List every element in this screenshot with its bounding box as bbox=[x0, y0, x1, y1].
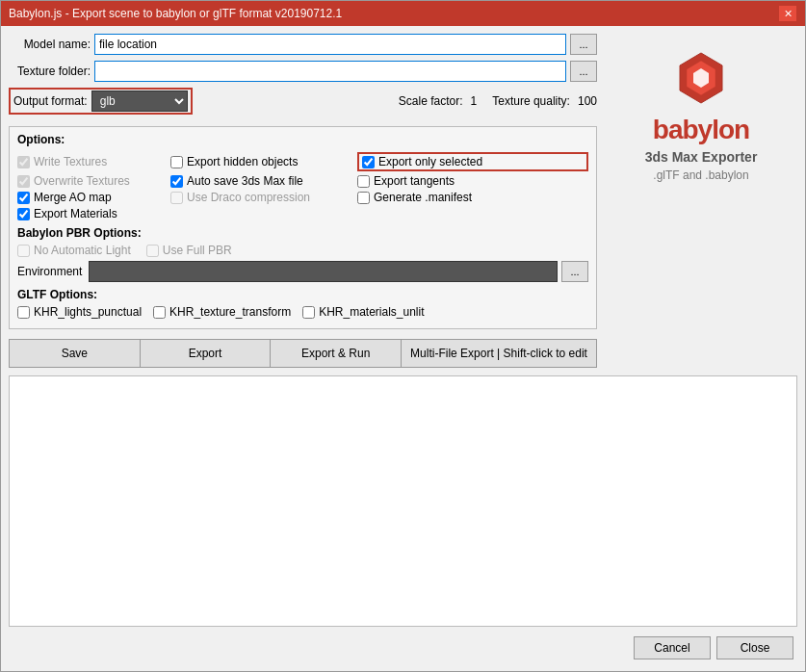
main-content: Model name: ... Texture folder: ... Outp… bbox=[1, 26, 805, 671]
model-name-input[interactable] bbox=[94, 34, 566, 55]
khr-lights-item: KHR_lights_punctual bbox=[17, 305, 142, 319]
use-draco-item: Use Draco compression bbox=[170, 191, 353, 204]
babylon-pbr-title: Babylon PBR Options: bbox=[17, 226, 588, 240]
environment-browse-button[interactable]: ... bbox=[561, 261, 588, 282]
use-draco-label: Use Draco compression bbox=[187, 191, 310, 204]
exporter-line1: 3ds Max Exporter bbox=[645, 149, 758, 165]
auto-save-label: Auto save 3ds Max file bbox=[187, 174, 303, 188]
scale-factor-value: 1 bbox=[471, 94, 478, 108]
action-buttons: Save Export Export & Run Multi-File Expo… bbox=[9, 339, 597, 368]
model-name-label: Model name: bbox=[9, 38, 91, 51]
merge-ao-item: Merge AO map bbox=[17, 191, 167, 204]
options-section: Options: Write Textures Export hidden ob… bbox=[9, 126, 597, 329]
use-draco-checkbox[interactable] bbox=[170, 192, 183, 204]
environment-row: Environment ... bbox=[17, 261, 588, 282]
model-name-row: Model name: ... bbox=[9, 34, 597, 55]
options-title: Options: bbox=[17, 133, 588, 146]
auto-save-item: Auto save 3ds Max file bbox=[170, 174, 353, 188]
right-panel: babylon 3ds Max Exporter .glTF and .baby… bbox=[605, 34, 797, 368]
environment-input[interactable] bbox=[89, 261, 558, 282]
generate-manifest-label: Generate .manifest bbox=[374, 191, 472, 204]
export-only-selected-item: Export only selected bbox=[357, 152, 588, 171]
exporter-line2: .glTF and .babylon bbox=[653, 168, 748, 182]
export-run-button[interactable]: Export & Run bbox=[271, 340, 402, 367]
merge-ao-label: Merge AO map bbox=[34, 191, 112, 204]
texture-folder-input[interactable] bbox=[94, 61, 566, 82]
export-hidden-label: Export hidden objects bbox=[187, 155, 298, 168]
texture-folder-label: Texture folder: bbox=[9, 65, 91, 78]
auto-save-checkbox[interactable] bbox=[170, 175, 183, 188]
overwrite-textures-label: Overwrite Textures bbox=[34, 174, 130, 188]
write-textures-checkbox[interactable] bbox=[17, 156, 30, 168]
export-materials-label: Export Materials bbox=[34, 207, 117, 220]
export-tangents-checkbox[interactable] bbox=[357, 175, 370, 188]
texture-quality-value: 100 bbox=[578, 94, 597, 108]
export-only-selected-checkbox[interactable] bbox=[362, 156, 375, 168]
merge-ao-checkbox[interactable] bbox=[17, 192, 30, 204]
khr-materials-label: KHR_materials_unlit bbox=[319, 305, 424, 319]
babylon-logo-icon bbox=[672, 49, 730, 107]
khr-lights-label: KHR_lights_punctual bbox=[34, 305, 142, 319]
multi-file-button[interactable]: Multi-File Export | Shift-click to edit bbox=[402, 340, 596, 367]
model-name-browse-button[interactable]: ... bbox=[570, 34, 597, 55]
khr-texture-item: KHR_texture_transform bbox=[153, 305, 291, 319]
left-panel: Model name: ... Texture folder: ... Outp… bbox=[9, 34, 597, 368]
write-textures-label: Write Textures bbox=[34, 155, 107, 168]
no-automatic-light-item: No Automatic Light bbox=[17, 244, 131, 257]
export-tangents-label: Export tangents bbox=[374, 174, 455, 188]
output-format-container: Output format: glb babylon gltf bbox=[9, 88, 193, 115]
window-title: Babylon.js - Export scene to babylon or … bbox=[9, 7, 342, 20]
top-section: Model name: ... Texture folder: ... Outp… bbox=[9, 34, 797, 368]
khr-materials-checkbox[interactable] bbox=[302, 306, 315, 319]
khr-texture-label: KHR_texture_transform bbox=[169, 305, 291, 319]
title-bar: Babylon.js - Export scene to babylon or … bbox=[1, 1, 805, 26]
export-hidden-checkbox[interactable] bbox=[170, 156, 183, 168]
generate-manifest-item: Generate .manifest bbox=[357, 191, 588, 204]
export-button[interactable]: Export bbox=[141, 340, 272, 367]
gltf-options-title: GLTF Options: bbox=[17, 288, 588, 301]
no-automatic-light-label: No Automatic Light bbox=[34, 244, 131, 257]
babylon-logo: babylon 3ds Max Exporter .glTF and .baby… bbox=[645, 49, 758, 182]
output-area bbox=[9, 375, 797, 627]
output-format-select[interactable]: glb babylon gltf bbox=[91, 90, 188, 112]
texture-folder-browse-button[interactable]: ... bbox=[570, 61, 597, 82]
close-window-button[interactable]: ✕ bbox=[778, 5, 797, 22]
export-hidden-item: Export hidden objects bbox=[170, 155, 353, 168]
export-materials-item: Export Materials bbox=[17, 207, 167, 220]
texture-folder-row: Texture folder: ... bbox=[9, 61, 597, 82]
environment-label: Environment bbox=[17, 265, 85, 278]
use-full-pbr-checkbox[interactable] bbox=[146, 245, 159, 257]
output-format-label: Output format: bbox=[13, 94, 88, 108]
write-textures-item: Write Textures bbox=[17, 155, 167, 168]
khr-texture-checkbox[interactable] bbox=[153, 306, 166, 319]
no-automatic-light-checkbox[interactable] bbox=[17, 245, 30, 257]
use-full-pbr-item: Use Full PBR bbox=[146, 244, 232, 257]
scale-factor-label: Scale factor: bbox=[399, 94, 463, 108]
export-only-selected-label: Export only selected bbox=[378, 155, 482, 168]
export-materials-checkbox[interactable] bbox=[17, 208, 30, 220]
export-tangents-item: Export tangents bbox=[357, 174, 588, 188]
close-button[interactable]: Close bbox=[716, 636, 793, 659]
cancel-button[interactable]: Cancel bbox=[634, 636, 711, 659]
use-full-pbr-label: Use Full PBR bbox=[163, 244, 232, 257]
generate-manifest-checkbox[interactable] bbox=[357, 192, 370, 204]
main-window: Babylon.js - Export scene to babylon or … bbox=[0, 0, 806, 672]
bottom-buttons: Cancel Close bbox=[9, 631, 797, 663]
gltf-options-row: KHR_lights_punctual KHR_texture_transfor… bbox=[17, 305, 588, 319]
khr-lights-checkbox[interactable] bbox=[17, 306, 30, 319]
overwrite-textures-checkbox[interactable] bbox=[17, 175, 30, 188]
texture-quality-label: Texture quality: bbox=[492, 94, 570, 108]
khr-materials-item: KHR_materials_unlit bbox=[302, 305, 424, 319]
overwrite-textures-item: Overwrite Textures bbox=[17, 174, 167, 188]
save-button[interactable]: Save bbox=[10, 340, 141, 367]
brand-name: babylon bbox=[653, 115, 749, 145]
